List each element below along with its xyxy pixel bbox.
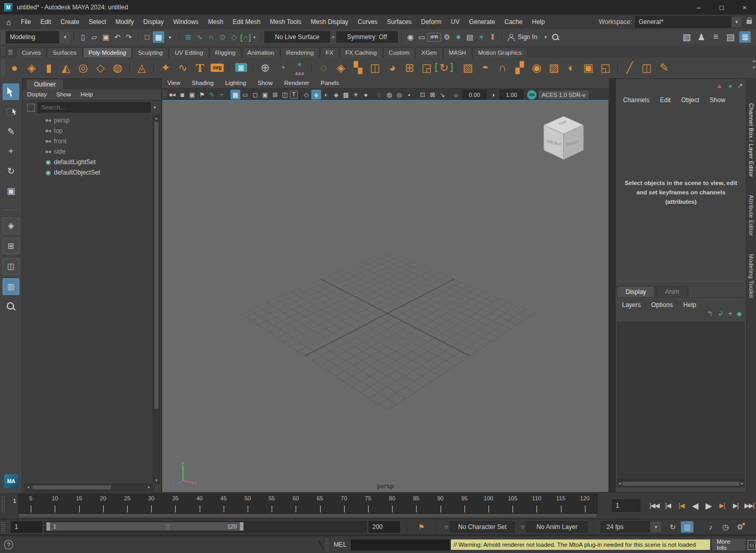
resolution-gate-button[interactable]: ◻ [250,90,260,100]
menu-item[interactable]: Edit [35,15,56,29]
speed-state-icon[interactable]: ◕ [728,82,732,90]
step-back-frame-button[interactable]: |◀ [661,499,675,512]
layer-editor-button[interactable]: ≣ [739,31,751,43]
quad-fill-icon[interactable]: ▨ [545,59,563,77]
script-editor-button[interactable]: {;} [748,540,756,550]
poly-type-icon[interactable]: T [191,59,209,77]
layers-down-button[interactable]: ↲ [718,310,724,317]
anim-layer-caret[interactable]: ▽ [519,525,526,530]
scrollbar-thumb[interactable] [154,122,158,409]
scroll-right-icon[interactable]: ► [146,485,152,490]
reset-transform-icon[interactable]: ◔ [274,59,291,77]
construction-aim-icon[interactable]: ⊕ [257,59,274,77]
safe-title-button[interactable]: T [290,91,298,99]
gamma-field[interactable]: 1.00 [499,90,523,100]
undo-button[interactable]: ↶ [112,31,123,43]
range-grip-handle[interactable] [1,521,5,533]
audio-button[interactable]: ♪ [704,521,717,533]
menu-item[interactable]: Create [56,15,84,29]
select-by-component-button[interactable]: ▪ [164,31,176,43]
sculpt-pen-icon[interactable]: ✎ [655,59,673,77]
new-layer-from-selected-button[interactable]: ◆ [737,310,742,317]
pause-viewport-button[interactable]: ‖ [487,31,498,43]
lock-camera-icon[interactable]: ◙ [177,90,187,100]
field-chart-button[interactable]: ⊞ [270,90,280,100]
render-setup-button[interactable]: ▤ [464,31,475,43]
rotate-tool[interactable]: ↻ [3,163,19,179]
menu-item[interactable]: Deform [416,15,446,29]
fps-select[interactable]: 24 fps [601,521,650,533]
pivot-icon[interactable]: + [217,90,227,100]
snap-to-curve-button[interactable]: ∿ [194,31,205,43]
shelf-tab[interactable]: UV Editing [169,47,209,57]
scale-tool[interactable]: ▣ [3,182,19,199]
playback-options-button[interactable]: ▥ [681,521,693,533]
panel-divider[interactable] [609,78,615,493]
outliner-item[interactable]: ■◄persp [25,115,153,126]
single-pane-layout-button[interactable]: ◈ [3,217,19,234]
scroll-right-icon[interactable]: ► [740,481,744,486]
animation-end-field[interactable] [369,521,400,533]
command-language-label[interactable]: MEL [334,541,347,548]
render-settings-button[interactable]: ⚙ [441,31,453,43]
layer-editor-tab[interactable]: Display [617,286,655,297]
xray-button[interactable]: ⊡ [418,90,428,100]
grid-toggle-button[interactable]: ▦ [230,90,240,100]
character-set-caret[interactable]: ▽ [443,525,450,530]
animation-start-field[interactable] [11,521,42,533]
poly-cone-icon[interactable]: ◭ [57,59,75,77]
shelf-tab[interactable]: FX Caching [340,47,383,57]
smooth-icon[interactable]: ◕ [384,59,401,77]
sidebar-tab[interactable]: Modeling Toolkit [747,249,755,303]
snap-options-caret[interactable]: ▾ [251,31,258,43]
channel-box-menu-item[interactable]: Object [676,93,704,107]
bookmark-icon[interactable]: ⚑ [197,90,207,100]
outliner-item[interactable]: ◉defaultObjectSet [25,167,153,178]
snap-to-projected-center-button[interactable]: ⊙ [217,31,228,43]
layer-editor-menu-item[interactable]: Options [646,298,678,312]
film-gate-button[interactable]: ▭ [240,90,250,100]
bridge-icon[interactable]: ∩ [494,59,511,77]
make-object-live-button[interactable]: ∩ [240,31,251,43]
poly-plane-icon[interactable]: ◇ [92,59,109,77]
poly-cube-icon[interactable]: ◈ [23,59,40,77]
step-forward-frame-button[interactable]: ▶| [729,499,742,512]
outliner-menu-item[interactable]: Show [52,88,76,102]
poly-cylinder-icon[interactable]: ▮ [40,59,57,77]
character-set-select[interactable]: No Character Set [450,521,515,533]
more-info-button[interactable]: More Info [712,538,745,551]
search-caret-icon[interactable]: ▼ [151,105,159,110]
layers-up-button[interactable]: ↰ [708,310,713,317]
shelf-scroll-down-icon[interactable]: ▾ [753,65,755,70]
viewport-menu-item[interactable]: Panels [315,76,345,90]
search-icon[interactable] [552,33,559,41]
grease-pencil-icon[interactable]: ✎ [207,90,217,100]
poly-disc-icon[interactable]: ◍ [109,59,126,77]
sidebar-tab[interactable]: Attribute Editor [747,190,755,241]
workspace-caret[interactable]: ▼ [732,17,741,27]
target-weld-icon[interactable]: ▣ [580,59,597,77]
go-to-end-button[interactable]: ▶▶| [742,499,756,512]
layer-list[interactable] [617,322,745,480]
range-start-handle[interactable] [46,522,50,531]
shelf-tab[interactable]: Custom [383,47,416,57]
playback-range-bar[interactable]: 1 120 [46,522,243,531]
menu-item[interactable]: Generate [464,15,499,29]
use-all-lights-button[interactable]: ◈ [331,90,341,100]
gamma-icon[interactable]: ◑ [488,90,498,100]
search-input[interactable] [38,102,151,113]
zoom-layout-button[interactable] [3,299,19,314]
shelf-grip[interactable] [1,46,5,56]
sync-time-button[interactable]: ◷ [719,521,731,533]
loop-playback-button[interactable]: ↻ [666,521,679,533]
channel-box-button[interactable]: ≡ [710,31,722,43]
poly-helix-icon[interactable]: ∿ [174,59,191,77]
safe-action-button[interactable]: ◫ [280,90,290,100]
gate-mask-button[interactable]: ▣ [260,90,270,100]
menu-item[interactable]: Display [139,15,168,29]
node-display-icon[interactable]: ▲ [716,82,723,90]
lights-button[interactable]: ☀ [351,90,361,100]
channel-box-menu-item[interactable]: Show [704,93,730,107]
textures-button[interactable]: ▩ [341,90,351,100]
open-scene-button[interactable]: ▱ [89,31,100,43]
